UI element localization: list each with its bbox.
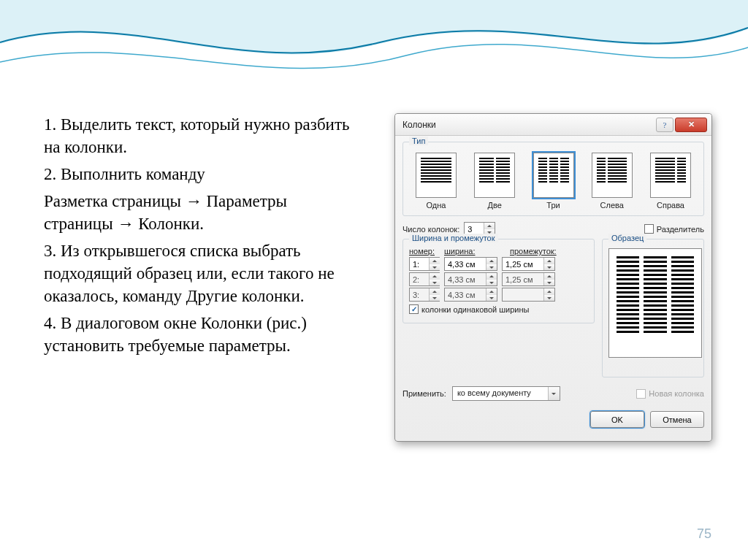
col-hdr-width: ширина:: [444, 247, 505, 256]
step-2a: 2. Выполнить команду: [44, 163, 354, 185]
spin-down-icon: [486, 295, 497, 302]
spin-up-icon[interactable]: [544, 258, 554, 264]
type-one-label: Одна: [411, 201, 462, 210]
step-2b: Разметка страницы → Параметры страницы →…: [44, 190, 354, 235]
width-group-title: Ширина и промежуток: [409, 234, 498, 242]
cancel-button[interactable]: Отмена: [650, 411, 704, 428]
help-button[interactable]: ?: [656, 118, 673, 132]
separator-label: Разделитель: [657, 225, 704, 234]
type-group: Тип Одна Две Три Слева: [402, 142, 704, 216]
preview-group: Образец: [602, 239, 704, 377]
apply-value: ко всему документу: [453, 387, 548, 400]
new-column-label: Новая колонка: [649, 389, 704, 398]
spin-up-icon: [544, 288, 554, 295]
row2-gap: [502, 272, 555, 286]
row1-gap[interactable]: [502, 257, 555, 271]
type-two[interactable]: Две: [469, 153, 520, 210]
checkbox-icon: [636, 389, 646, 399]
row1-num[interactable]: [409, 257, 440, 271]
instruction-text: 1. Выделить текст, который нужно разбить…: [44, 113, 354, 361]
type-left[interactable]: Слева: [587, 153, 638, 210]
type-right-label: Справа: [645, 201, 696, 210]
spin-down-icon: [430, 295, 440, 302]
close-button[interactable]: ✕: [675, 118, 707, 132]
width-group: Ширина и промежуток номер: ширина: проме…: [402, 239, 595, 323]
width-row-2: [409, 272, 588, 286]
close-icon: ✕: [688, 120, 695, 129]
preview-title: Образец: [608, 234, 646, 242]
spin-down-icon: [486, 280, 497, 286]
row1-width[interactable]: [444, 257, 497, 271]
row3-num: [409, 288, 440, 302]
spin-down-icon: [544, 295, 554, 302]
type-three[interactable]: Три: [528, 153, 579, 210]
equal-width-label: колонки одинаковой ширины: [421, 305, 530, 314]
spin-down-icon[interactable]: [544, 264, 554, 271]
type-group-title: Тип: [409, 137, 428, 145]
spin-up-icon[interactable]: [486, 258, 497, 264]
new-column-checkbox: Новая колонка: [636, 389, 704, 399]
num-cols-label: Число колонок:: [402, 225, 459, 234]
help-icon: ?: [660, 120, 669, 129]
step-4: 4. В диалоговом окне Колонки (рис.) уста…: [44, 312, 354, 357]
spin-down-icon: [544, 280, 554, 286]
dropdown-icon[interactable]: [548, 387, 560, 400]
separator-checkbox[interactable]: Разделитель: [644, 224, 704, 234]
type-left-label: Слева: [587, 201, 638, 210]
columns-dialog: Колонки ? ✕ Тип Одна Две Три: [394, 113, 712, 442]
spin-up-icon[interactable]: [484, 223, 495, 229]
checkbox-icon: [644, 224, 654, 234]
spin-down-icon: [430, 280, 440, 286]
row2-width: [444, 272, 497, 286]
type-two-label: Две: [469, 201, 520, 210]
spin-up-icon: [486, 273, 497, 280]
equal-width-checkbox[interactable]: колонки одинаковой ширины: [409, 304, 530, 314]
type-one[interactable]: Одна: [411, 153, 462, 210]
width-row-3: [409, 288, 588, 302]
spin-down-icon[interactable]: [430, 264, 440, 271]
apply-label: Применить:: [402, 389, 446, 398]
row3-width: [444, 288, 497, 302]
page-number: 75: [697, 526, 711, 542]
row3-gap: [502, 288, 555, 302]
ok-button[interactable]: OK: [590, 411, 644, 428]
svg-text:?: ?: [663, 120, 667, 129]
checkbox-checked-icon: [409, 304, 419, 314]
dialog-title: Колонки: [402, 120, 654, 130]
col-hdr-num: номер:: [409, 247, 440, 256]
step-1: 1. Выделить текст, который нужно разбить…: [44, 113, 354, 158]
spin-up-icon: [544, 273, 554, 280]
spin-down-icon[interactable]: [486, 264, 497, 271]
step-3: 3. Из открывшегося списка выбрать подход…: [44, 239, 354, 307]
titlebar[interactable]: Колонки ? ✕: [395, 114, 711, 136]
apply-select[interactable]: ко всему документу: [452, 386, 560, 401]
spin-up-icon: [486, 288, 497, 295]
width-row-1: [409, 257, 588, 271]
wave-decoration: [0, 0, 748, 88]
row2-num: [409, 272, 440, 286]
spin-up-icon: [430, 288, 440, 295]
type-three-label: Три: [528, 201, 579, 210]
type-right[interactable]: Справа: [645, 153, 696, 210]
spin-up-icon[interactable]: [430, 258, 440, 264]
col-hdr-gap: промежуток:: [510, 247, 571, 256]
preview-image: [608, 248, 702, 358]
spin-up-icon: [430, 273, 440, 280]
